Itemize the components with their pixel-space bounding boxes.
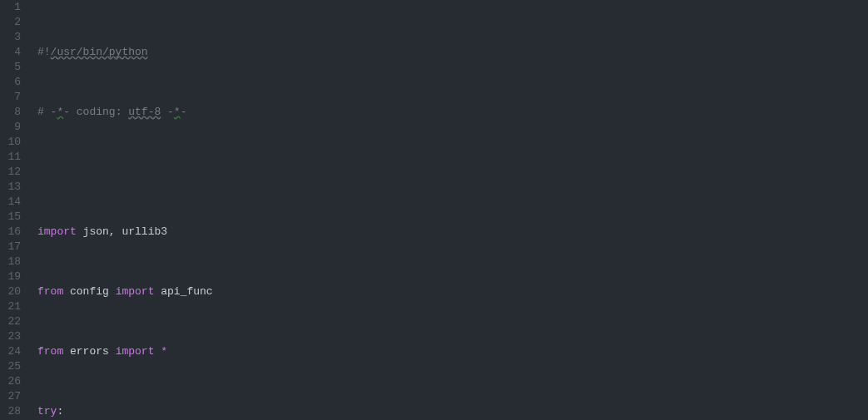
line-number: 2 bbox=[5, 15, 21, 30]
keyword-import: import bbox=[37, 225, 77, 238]
line-number: 6 bbox=[5, 75, 21, 90]
line-number: 4 bbox=[5, 45, 21, 60]
code-line: import json, urllib3 bbox=[37, 225, 868, 240]
line-number: 24 bbox=[5, 344, 21, 359]
code-line: #!/usr/bin/python bbox=[37, 45, 868, 60]
line-number: 8 bbox=[5, 105, 21, 120]
line-number: 7 bbox=[5, 90, 21, 105]
line-number: 9 bbox=[5, 120, 21, 135]
code-area[interactable]: #!/usr/bin/python # -*- coding: utf-8 -*… bbox=[29, 0, 868, 420]
line-number: 23 bbox=[5, 329, 21, 344]
line-number: 15 bbox=[5, 210, 21, 225]
line-number: 13 bbox=[5, 180, 21, 195]
line-number: 14 bbox=[5, 195, 21, 210]
line-number: 19 bbox=[5, 269, 21, 284]
line-number: 18 bbox=[5, 254, 21, 269]
line-number: 17 bbox=[5, 240, 21, 254]
line-number: 22 bbox=[5, 314, 21, 329]
line-number: 27 bbox=[5, 389, 21, 404]
code-line: from config import api_func bbox=[37, 284, 868, 299]
code-line: # -*- coding: utf-8 -*- bbox=[37, 105, 868, 120]
line-number: 5 bbox=[5, 60, 21, 75]
shebang-path: /usr/bin/python bbox=[51, 46, 148, 58]
line-number: 26 bbox=[5, 374, 21, 389]
line-number: 1 bbox=[5, 0, 21, 15]
line-number: 20 bbox=[5, 284, 21, 299]
line-number-gutter: 1234567891011121314151617181920212223242… bbox=[0, 0, 29, 420]
code-line: from errors import * bbox=[37, 344, 868, 359]
line-number: 21 bbox=[5, 299, 21, 314]
line-number: 11 bbox=[5, 150, 21, 165]
line-number: 10 bbox=[5, 135, 21, 150]
code-line: try: bbox=[37, 404, 868, 419]
line-number: 25 bbox=[5, 359, 21, 374]
line-number: 3 bbox=[5, 30, 21, 45]
line-number: 16 bbox=[5, 225, 21, 240]
line-number: 28 bbox=[5, 404, 21, 419]
code-line bbox=[37, 165, 868, 180]
keyword-try: try bbox=[37, 405, 57, 418]
code-editor[interactable]: 1234567891011121314151617181920212223242… bbox=[0, 0, 868, 420]
shebang-token: #! bbox=[37, 46, 51, 58]
line-number: 12 bbox=[5, 165, 21, 180]
